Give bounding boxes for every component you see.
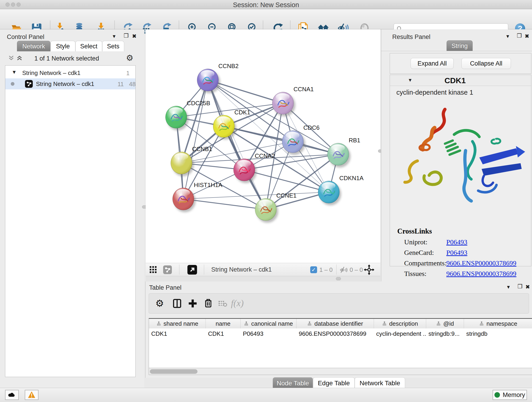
node-label: RB1 bbox=[349, 137, 360, 144]
tab-select[interactable]: Select bbox=[75, 41, 102, 51]
crosslink-link[interactable]: P06493 bbox=[446, 238, 467, 246]
panel-close-button[interactable]: ✖ bbox=[525, 33, 529, 39]
panel-float-button[interactable]: ❒ bbox=[517, 32, 522, 39]
delete-column-trash-icon[interactable] bbox=[203, 298, 214, 308]
network-node[interactable] bbox=[318, 181, 340, 203]
collapse-all-button[interactable]: Collapse All bbox=[462, 58, 511, 69]
expand-all-icon[interactable] bbox=[16, 55, 23, 61]
network-edge[interactable] bbox=[208, 80, 283, 103]
network-edge[interactable] bbox=[244, 170, 329, 192]
network-canvas[interactable]: CCNB2CCNA1CDC25BCDK1CDC6RB1CCNB1CCNA2CDK… bbox=[146, 29, 380, 263]
column-header[interactable]: database identifier bbox=[297, 319, 374, 328]
network-node[interactable] bbox=[282, 130, 304, 153]
results-buttons-box: Expand All Collapse All bbox=[390, 53, 531, 74]
network-node[interactable] bbox=[272, 92, 294, 114]
network-node[interactable] bbox=[327, 143, 349, 166]
show-columns-icon[interactable] bbox=[172, 298, 182, 309]
crosslink-link[interactable]: P06493 bbox=[446, 249, 467, 256]
crosslink-link[interactable]: 9606.ENSP00000378699 bbox=[446, 259, 516, 267]
column-header[interactable]: description bbox=[374, 319, 426, 328]
column-header[interactable]: namespace bbox=[464, 319, 532, 328]
pan-move-icon[interactable] bbox=[364, 264, 374, 275]
crosslink-label: Tissues: bbox=[404, 270, 426, 278]
panel-menu-button[interactable]: ▾ bbox=[506, 33, 509, 39]
network-edge[interactable] bbox=[208, 80, 266, 210]
tab-string[interactable]: String bbox=[447, 40, 473, 51]
tab-node-table[interactable]: Node Table bbox=[273, 377, 313, 389]
column-header[interactable]: @id bbox=[426, 319, 464, 328]
node-label: CCNA2 bbox=[255, 153, 275, 160]
horizontal-splitter[interactable] bbox=[146, 276, 380, 281]
table-cell[interactable]: stringdb bbox=[464, 328, 532, 338]
section-collapse-icon[interactable]: ▾ bbox=[409, 77, 412, 83]
network-node[interactable] bbox=[255, 198, 277, 221]
crosslink-label: GeneCard: bbox=[404, 249, 434, 256]
crosslink-link[interactable]: 9606.ENSP00000378699 bbox=[446, 270, 516, 278]
panel-close-button[interactable]: ✖ bbox=[525, 284, 530, 290]
add-column-icon[interactable] bbox=[187, 298, 198, 309]
network-node[interactable] bbox=[234, 159, 255, 181]
memory-status-dot bbox=[494, 392, 500, 398]
memory-button[interactable]: Memory bbox=[493, 390, 527, 400]
panel-float-button[interactable]: ❒ bbox=[124, 32, 129, 39]
table-cell[interactable]: CDK1 bbox=[206, 328, 241, 338]
network-node[interactable] bbox=[213, 115, 234, 138]
network-edge[interactable] bbox=[183, 80, 208, 199]
function-builder-icon: f(x) bbox=[231, 298, 244, 308]
network-node[interactable] bbox=[171, 152, 192, 174]
table-cell[interactable]: stringdb:9... bbox=[426, 328, 464, 338]
horizontal-scrollbar[interactable] bbox=[149, 368, 532, 375]
column-attr-icon bbox=[382, 321, 387, 326]
panel-close-button[interactable]: ✖ bbox=[132, 33, 137, 39]
column-header[interactable]: name bbox=[206, 319, 241, 328]
panel-menu-button[interactable]: ▾ bbox=[113, 33, 115, 39]
statusbar-separator bbox=[204, 264, 204, 274]
string-view-icon[interactable] bbox=[163, 265, 172, 274]
table-toolbar: ⚙ f(x) bbox=[149, 293, 529, 313]
control-panel: Control Panel ▾ ❒ ✖ Network Style Select… bbox=[0, 29, 144, 388]
selected-checkbox-icon[interactable]: ✓ bbox=[310, 266, 317, 273]
node-label: CCNA1 bbox=[293, 86, 314, 93]
network-node[interactable] bbox=[165, 106, 187, 128]
tab-sets[interactable]: Sets bbox=[102, 41, 124, 51]
warning-button[interactable] bbox=[25, 390, 38, 400]
cloud-status-button[interactable] bbox=[5, 390, 19, 400]
network-edge[interactable] bbox=[183, 199, 266, 210]
open-in-window-icon[interactable] bbox=[187, 265, 197, 274]
table-cell[interactable]: CDK1 bbox=[149, 328, 206, 338]
main-toolbar: ? bbox=[0, 9, 532, 29]
column-attr-icon bbox=[436, 321, 441, 326]
gear-icon[interactable]: ⚙ bbox=[126, 53, 133, 63]
node-gloss bbox=[276, 93, 290, 100]
expand-all-button[interactable]: Expand All bbox=[411, 58, 454, 69]
network-node[interactable] bbox=[197, 69, 219, 91]
panel-menu-button[interactable]: ▾ bbox=[507, 284, 510, 290]
table-settings-gear-icon[interactable]: ⚙ bbox=[155, 298, 164, 309]
collection-expand-icon[interactable]: ▼ bbox=[12, 69, 17, 75]
column-header[interactable]: canonical name bbox=[241, 319, 297, 328]
bottom-splitter-handle[interactable] bbox=[336, 277, 341, 280]
table-cell[interactable]: cyclin-dependent ... bbox=[374, 328, 426, 338]
network-edge[interactable] bbox=[224, 126, 338, 154]
node-gloss bbox=[176, 189, 190, 196]
node-gloss bbox=[259, 200, 273, 207]
panel-float-button[interactable]: ❒ bbox=[518, 283, 523, 290]
table-cell[interactable]: P06493 bbox=[241, 328, 297, 338]
network-row-selected[interactable]: String Network – cdk1 11 48 bbox=[5, 78, 135, 89]
tab-network-table[interactable]: Network Table bbox=[355, 377, 405, 389]
network-node[interactable] bbox=[172, 188, 194, 210]
column-header[interactable]: shared name bbox=[149, 319, 206, 328]
protein-header-row[interactable]: ▾ CDK1 bbox=[390, 75, 531, 86]
scrollbar-thumb[interactable] bbox=[150, 369, 197, 374]
birds-eye-grid-icon[interactable] bbox=[149, 266, 157, 274]
tab-network[interactable]: Network bbox=[17, 41, 51, 51]
table-cell[interactable]: 9606.ENSP00000378699 bbox=[297, 328, 374, 338]
network-collection-row[interactable]: ▼ String Network – cdk1 1 bbox=[5, 67, 135, 78]
network-selection-summary: 1 of 1 Network selected bbox=[34, 55, 99, 62]
column-attr-icon bbox=[479, 321, 484, 326]
tab-style[interactable]: Style bbox=[51, 41, 75, 51]
collapse-all-icon[interactable] bbox=[8, 55, 15, 61]
node-table: shared name name canonical name database… bbox=[149, 318, 532, 368]
node-label: CCNE1 bbox=[276, 192, 297, 199]
tab-edge-table[interactable]: Edge Table bbox=[313, 377, 355, 389]
